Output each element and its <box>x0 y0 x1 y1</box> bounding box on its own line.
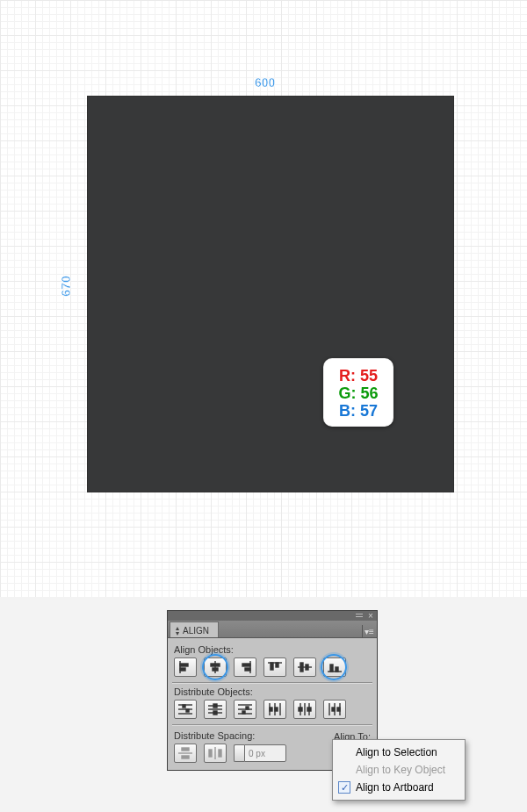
svg-rect-14 <box>306 665 308 670</box>
svg-rect-22 <box>186 709 189 712</box>
svg-rect-27 <box>213 711 217 715</box>
rgb-g-value: G: 56 <box>323 384 393 402</box>
svg-rect-21 <box>183 705 185 708</box>
rgb-swatch-annotation: R: 55 G: 56 B: 57 <box>323 358 393 427</box>
svg-rect-17 <box>336 667 338 672</box>
svg-rect-4 <box>211 664 220 666</box>
svg-rect-31 <box>242 711 245 714</box>
menu-align-to-artboard[interactable]: ✓ Align to Artboard <box>333 779 465 796</box>
distribute-bottom-button[interactable] <box>234 700 256 719</box>
menu-item-label: Align to Selection <box>356 746 437 758</box>
menu-item-label: Align to Artboard <box>356 781 434 794</box>
rgb-r-value: R: 55 <box>323 367 393 384</box>
close-icon[interactable]: × <box>366 613 375 620</box>
svg-rect-1 <box>180 664 188 666</box>
align-left-button[interactable] <box>174 658 197 677</box>
svg-rect-48 <box>182 748 189 751</box>
canvas-grid[interactable]: 600 670 R: 55 G: 56 B: 57 <box>0 0 527 597</box>
distribute-top-button[interactable] <box>174 700 197 719</box>
panel-flyout-menu-icon[interactable]: ▾≡ <box>362 625 374 637</box>
svg-rect-47 <box>337 708 340 711</box>
tab-align-label: ALIGN <box>183 626 209 636</box>
spacing-input[interactable] <box>234 744 286 762</box>
distribute-spacing-label: Distribute Spacing: <box>174 730 286 741</box>
svg-rect-51 <box>209 750 212 757</box>
menu-align-to-key-object: Align to Key Object <box>333 761 465 779</box>
collapse-double-arrow-icon[interactable] <box>356 613 365 619</box>
align-bottom-button[interactable] <box>323 658 346 677</box>
align-horizontal-center-button[interactable] <box>204 658 227 677</box>
distribute-horizontal-center-button[interactable] <box>293 700 316 719</box>
artboard[interactable]: R: 55 G: 56 B: 57 <box>88 97 453 492</box>
svg-rect-2 <box>180 668 185 671</box>
stepper-icon[interactable] <box>234 744 244 762</box>
panel-titlebar[interactable]: × <box>167 610 378 621</box>
svg-rect-41 <box>299 708 302 711</box>
svg-rect-8 <box>245 668 250 671</box>
distribute-vertical-center-button[interactable] <box>204 700 227 719</box>
menu-align-to-selection[interactable]: Align to Selection <box>333 744 465 761</box>
rgb-b-value: B: 57 <box>323 402 393 420</box>
distribute-horizontal-spacing-button[interactable] <box>204 744 227 763</box>
svg-rect-7 <box>242 664 250 666</box>
align-vertical-center-button[interactable] <box>293 658 316 677</box>
updown-icon: ▴▾ <box>176 626 179 636</box>
svg-rect-5 <box>213 668 218 671</box>
align-top-button[interactable] <box>264 658 286 677</box>
svg-rect-16 <box>330 665 333 672</box>
menu-item-label: Align to Key Object <box>356 764 445 776</box>
svg-rect-36 <box>270 708 272 711</box>
svg-rect-11 <box>276 663 278 667</box>
align-objects-label: Align Objects: <box>174 644 371 655</box>
svg-rect-50 <box>182 756 189 758</box>
artboard-width-label: 600 <box>255 75 275 90</box>
distribute-right-button[interactable] <box>323 700 346 719</box>
svg-rect-32 <box>246 707 249 709</box>
align-right-button[interactable] <box>234 658 256 677</box>
check-icon: ✓ <box>338 781 350 794</box>
svg-rect-37 <box>275 708 278 711</box>
svg-rect-42 <box>307 708 311 711</box>
tab-align[interactable]: ▴▾ ALIGN <box>170 622 219 637</box>
align-to-flyout-menu[interactable]: Align to Selection Align to Key Object ✓… <box>332 739 466 801</box>
distribute-objects-label: Distribute Objects: <box>174 686 371 697</box>
panel-tab-row: ▴▾ ALIGN ▾≡ <box>167 621 378 638</box>
svg-rect-53 <box>219 750 221 757</box>
artboard-height-label: 670 <box>59 276 73 296</box>
distribute-left-button[interactable] <box>264 700 286 719</box>
distribute-vertical-spacing-button[interactable] <box>174 744 197 763</box>
svg-rect-26 <box>213 704 217 708</box>
svg-rect-10 <box>271 663 273 670</box>
svg-rect-13 <box>300 663 303 672</box>
spacing-value-field[interactable] <box>244 744 286 762</box>
svg-rect-46 <box>332 708 335 711</box>
